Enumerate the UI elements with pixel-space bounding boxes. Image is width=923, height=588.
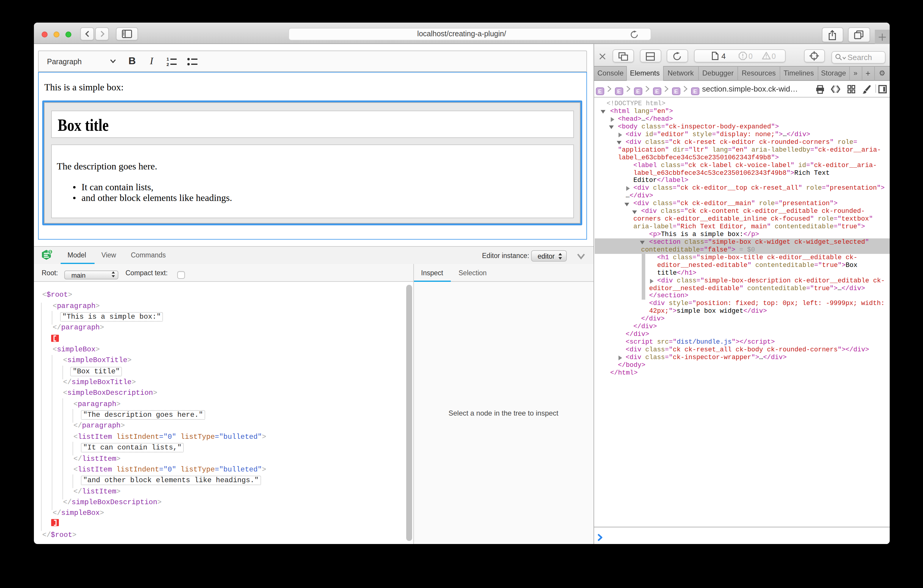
svg-text:1: 1 bbox=[166, 56, 169, 61]
svg-text:5: 5 bbox=[49, 250, 51, 254]
svg-text:2: 2 bbox=[166, 62, 169, 66]
